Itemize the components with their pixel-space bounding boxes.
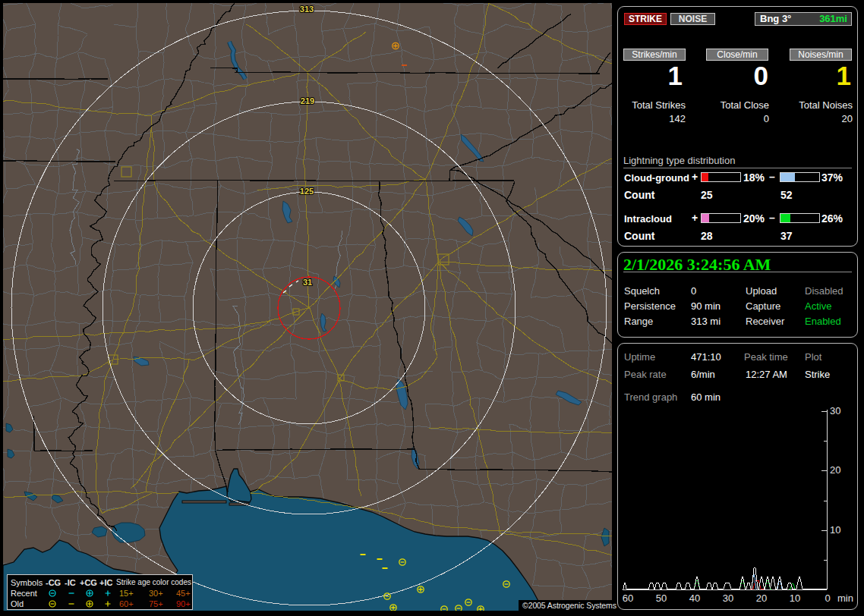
svg-text:60: 60 — [623, 592, 633, 604]
svg-text:20: 20 — [830, 464, 840, 476]
svg-text:313: 313 — [300, 5, 314, 14]
svg-text:0: 0 — [825, 592, 830, 604]
svg-text:10: 10 — [830, 524, 840, 536]
svg-text:219: 219 — [301, 96, 314, 105]
svg-text:20: 20 — [756, 592, 767, 604]
svg-text:40: 40 — [689, 592, 700, 604]
svg-text:30: 30 — [723, 592, 733, 604]
svg-text:min: min — [837, 592, 853, 604]
svg-text:30: 30 — [830, 406, 840, 416]
svg-text:50: 50 — [656, 592, 667, 604]
svg-text:31: 31 — [303, 278, 312, 287]
svg-text:125: 125 — [300, 187, 314, 196]
svg-text:10: 10 — [790, 592, 800, 604]
